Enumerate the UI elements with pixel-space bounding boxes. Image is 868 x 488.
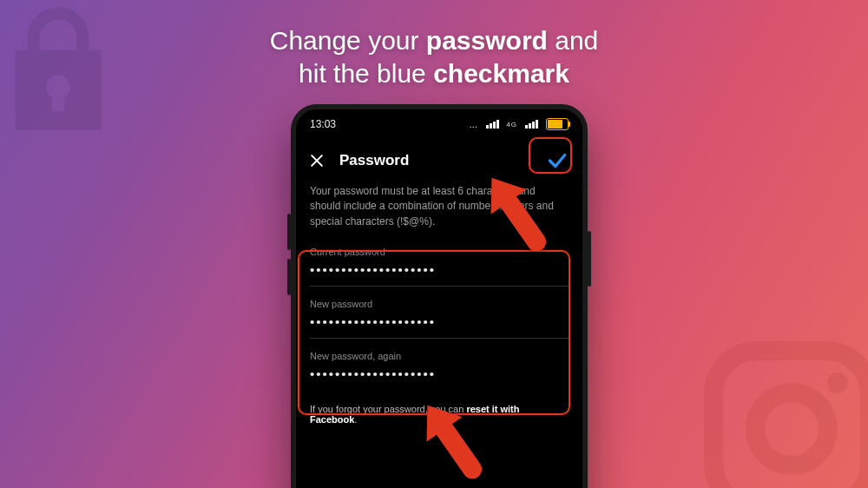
current-password-field[interactable]: Current password •••••••••••••••••••• bbox=[310, 240, 569, 287]
network-4g-icon: 4G bbox=[506, 121, 517, 129]
field-value: •••••••••••••••••••• bbox=[310, 262, 569, 277]
phone-volume-up bbox=[287, 214, 291, 250]
headline-bold: checkmark bbox=[433, 59, 569, 88]
password-requirements-text: Your password must be at least 6 charact… bbox=[296, 181, 582, 238]
close-icon[interactable] bbox=[308, 152, 326, 169]
confirm-checkmark-button[interactable] bbox=[544, 148, 570, 174]
status-bar: 13:03 … 4G bbox=[296, 109, 582, 135]
headline-bold: password bbox=[426, 26, 548, 55]
status-right: … 4G bbox=[469, 118, 569, 130]
headline-text: Change your bbox=[270, 26, 426, 55]
instruction-headline: Change your password and hit the blue ch… bbox=[0, 24, 868, 89]
field-label: New password, again bbox=[310, 351, 569, 361]
instagram-icon bbox=[687, 325, 868, 488]
confirm-password-field[interactable]: New password, again •••••••••••••••••••• bbox=[310, 344, 569, 390]
status-time: 13:03 bbox=[310, 118, 336, 130]
phone-mockup: 13:03 … 4G Password bbox=[291, 104, 577, 488]
tutorial-slide: Change your password and hit the blue ch… bbox=[0, 0, 868, 488]
page-title: Password bbox=[339, 152, 409, 169]
forgot-text: If you forgot your password, you can bbox=[310, 404, 466, 414]
phone-screen: 13:03 … 4G Password bbox=[296, 109, 582, 488]
svg-point-1 bbox=[755, 392, 828, 465]
field-value: •••••••••••••••••••• bbox=[310, 314, 569, 329]
app-header: Password bbox=[296, 135, 582, 181]
headline-text: and bbox=[548, 26, 598, 55]
svg-point-2 bbox=[827, 373, 848, 393]
field-label: Current password bbox=[310, 247, 569, 257]
forgot-text: . bbox=[354, 414, 357, 425]
phone-power bbox=[588, 231, 591, 287]
status-dots: … bbox=[469, 120, 478, 129]
headline-text: hit the blue bbox=[299, 59, 433, 88]
forgot-password-text: If you forgot your password, you can res… bbox=[296, 397, 582, 432]
signal-icon bbox=[486, 120, 499, 129]
phone-volume-down bbox=[287, 259, 291, 295]
signal-icon bbox=[525, 120, 538, 129]
battery-icon bbox=[546, 118, 569, 130]
field-value: •••••••••••••••••••• bbox=[310, 366, 569, 381]
field-label: New password bbox=[310, 299, 569, 309]
password-fields-group: Current password •••••••••••••••••••• Ne… bbox=[296, 238, 582, 397]
new-password-field[interactable]: New password •••••••••••••••••••• bbox=[310, 292, 569, 339]
